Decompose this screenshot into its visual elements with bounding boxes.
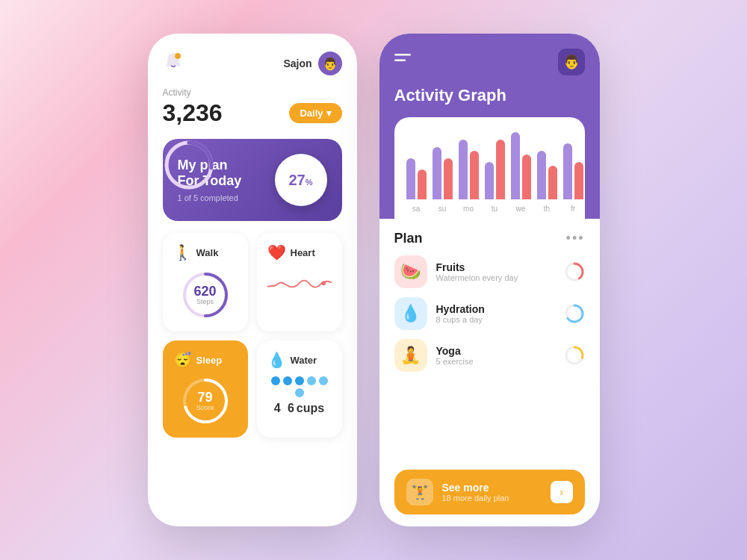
heart-card[interactable]: ❤️ Heart [257,233,342,332]
right-top: 👨 Activity Graph sa [379,34,600,219]
water-dots [267,376,332,397]
bar-label-th: th [544,205,550,213]
bar-label-tu: tu [492,205,498,213]
yoga-icon-wrap: 🧘 [394,339,427,372]
see-more-button[interactable]: 🏋️ See more 18 more daily plan › [394,470,585,514]
left-phone: Sajon 👨 Activity 3,236 Daily ▾ My plan F… [148,34,357,526]
svg-rect-8 [394,54,411,56]
dots-menu[interactable]: ••• [566,231,585,246]
bar-tu-coral [496,140,505,199]
plan-header: Plan ••• [394,231,585,246]
bar-group-tu: tu [485,129,505,213]
hydration-name: Hydration [436,303,555,315]
right-phone: 👨 Activity Graph sa [379,34,600,526]
plan-section-title: Plan [394,231,423,246]
svg-point-5 [321,281,326,285]
walk-circle: 620 Steps [179,269,232,321]
bar-group-mo: mo [459,129,479,213]
bar-label-we: we [516,205,526,213]
heart-wave [267,269,332,299]
right-bottom: Plan ••• 🍉 Fruits Watermelon every day 💧 [379,219,600,526]
see-more-title: See more [442,482,542,494]
activity-graph-title: Activity Graph [394,86,585,105]
svg-point-0 [175,53,181,59]
fruits-progress [564,261,585,282]
walk-card[interactable]: 🚶 Walk 620 Steps [163,233,248,332]
yoga-progress [564,345,585,366]
bar-group-th: th [537,129,557,213]
right-avatar: 👨 [558,49,585,75]
bar-we-purple [511,132,520,199]
bar-we-coral [522,155,531,199]
plan-item-fruits[interactable]: 🍉 Fruits Watermelon every day [394,255,585,288]
plan-item-hydration[interactable]: 💧 Hydration 8 cups a day [394,297,585,330]
avatar: 👨 [318,52,342,75]
walk-title: Walk [196,247,219,258]
bar-fr-purple [563,143,572,199]
bar-chart: sa su [406,129,573,219]
bar-group-we: we [511,129,531,213]
walk-icon: 🚶 [173,243,192,261]
bar-mo-purple [459,140,468,199]
fruits-icon-wrap: 🍉 [394,255,427,288]
water-card[interactable]: 💧 Water 4 6 cups [257,340,342,438]
bar-mo-coral [470,151,479,199]
bar-th-coral [548,166,557,199]
activity-row: 3,236 Daily ▾ [163,99,342,127]
user-name: Sajon [283,57,311,69]
sleep-score: 79 [196,391,214,404]
svg-rect-9 [394,59,406,61]
hydration-sub: 8 cups a day [436,315,555,324]
plan-circle: 27% [275,154,327,206]
plan-item-yoga[interactable]: 🧘 Yoga 5 exercise [394,339,585,372]
bar-th-purple [537,151,546,199]
bar-su-purple [433,147,441,199]
sleep-title: Sleep [196,355,223,366]
bar-tu-purple [485,162,494,199]
plan-card[interactable]: My plan For Today 1 of 5 completed 27% [163,139,342,221]
hydration-icon-wrap: 💧 [394,297,427,330]
water-count: 4 6 cups [267,402,332,415]
sleep-icon: 😴 [173,351,192,369]
walk-steps: 620 [193,284,216,298]
bell-icon[interactable] [163,52,187,75]
yoga-name: Yoga [436,345,555,357]
bar-su-coral [444,158,453,199]
bar-group-su: su [433,129,453,213]
bar-label-fr: fr [571,205,575,213]
activity-section: Activity 3,236 Daily ▾ [163,87,342,127]
bar-fr-coral [574,162,583,199]
bar-label-mo: mo [463,205,474,213]
yoga-sub: 5 exercise [436,357,555,366]
stats-grid: 🚶 Walk 620 Steps ❤️ [163,233,342,438]
plan-percent-sign: % [306,178,313,187]
bar-group-sa: sa [406,129,427,213]
fruits-name: Fruits [436,261,555,273]
activity-count: 3,236 [163,99,223,127]
left-header: Sajon 👨 [163,52,342,75]
water-title: Water [291,355,317,366]
daily-badge[interactable]: Daily ▾ [289,103,341,123]
plan-completed: 1 of 5 completed [178,193,242,202]
see-more-icon: 🏋️ [406,479,433,505]
heart-icon: ❤️ [267,243,286,261]
menu-icon[interactable] [394,54,411,71]
graph-card: sa su [394,117,585,219]
bar-sa-coral [418,169,427,199]
sleep-unit: Score [196,404,214,411]
walk-unit: Steps [193,298,216,305]
user-info: Sajon 👨 [283,52,341,75]
water-unit: cups [297,402,324,414]
bar-sa-purple [406,158,415,199]
bar-label-sa: sa [412,205,421,213]
see-more-sub: 18 more daily plan [442,494,542,503]
sleep-circle: 79 Score [179,375,232,427]
see-more-arrow[interactable]: › [551,481,573,503]
right-header: 👨 [394,49,585,75]
water-icon: 💧 [267,351,286,369]
plan-percent: 27 [288,172,305,188]
sleep-card[interactable]: 😴 Sleep 79 Score [163,340,248,438]
phones-container: Sajon 👨 Activity 3,236 Daily ▾ My plan F… [148,34,600,526]
fruits-sub: Watermelon every day [436,273,555,282]
hydration-progress [564,303,585,324]
